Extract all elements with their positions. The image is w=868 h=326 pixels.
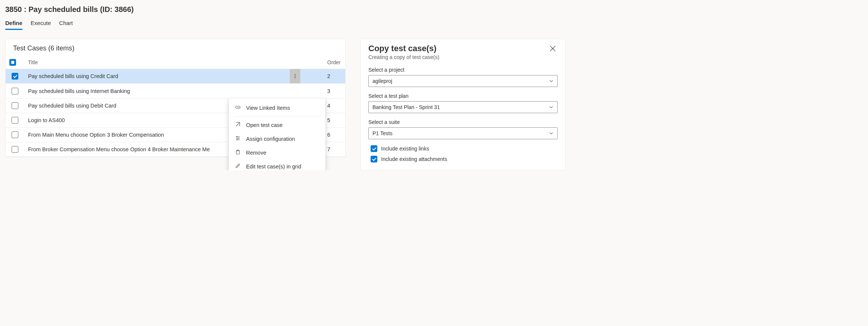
side-panel-subtitle: Creating a copy of test case(s) xyxy=(368,54,439,60)
svg-point-2 xyxy=(295,78,295,78)
svg-line-3 xyxy=(236,122,240,126)
row-order: 5 xyxy=(323,113,345,127)
row-checkbox[interactable] xyxy=(12,146,18,153)
suite-value: P1 Tests xyxy=(372,130,392,136)
chevron-down-icon xyxy=(549,79,553,83)
row-checkbox[interactable] xyxy=(12,131,18,138)
row-title: Pay scheduled bills using Credit Card xyxy=(24,69,323,84)
row-order: 7 xyxy=(323,142,345,157)
include-attachments-checkbox[interactable] xyxy=(371,156,377,162)
project-label: Select a project xyxy=(368,67,558,73)
suite-select[interactable]: P1 Tests xyxy=(368,127,558,139)
include-links-label: Include existing links xyxy=(381,146,429,152)
plan-select[interactable]: Banking Test Plan - Sprint 31 xyxy=(368,101,558,113)
page-title: 3850 : Pay scheduled bills (ID: 3866) xyxy=(0,0,868,17)
row-checkbox[interactable] xyxy=(12,117,18,124)
plan-label: Select a test plan xyxy=(368,93,558,99)
link-icon xyxy=(235,104,241,111)
include-attachments-label: Include existing attachments xyxy=(381,156,447,162)
menu-item-label: Remove xyxy=(246,150,266,156)
menu-item-remove[interactable]: Remove xyxy=(229,146,325,159)
tab-chart[interactable]: Chart xyxy=(59,17,73,30)
table-row[interactable]: Pay scheduled bills using Internet Banki… xyxy=(6,84,345,98)
select-all-header[interactable] xyxy=(6,56,24,69)
menu-item-label: Edit test case(s) in grid xyxy=(246,164,301,170)
row-title: Pay scheduled bills using Internet Banki… xyxy=(24,84,323,98)
menu-item-label: View Linked Items xyxy=(246,105,290,111)
row-order: 4 xyxy=(323,98,345,113)
more-actions-icon[interactable] xyxy=(290,69,300,83)
copy-test-case-panel: Copy test case(s) Creating a copy of tes… xyxy=(361,39,565,170)
config-icon xyxy=(235,135,241,142)
row-checkbox[interactable] xyxy=(12,73,18,80)
project-value: agileproj xyxy=(372,78,392,84)
tab-define[interactable]: Define xyxy=(5,17,22,30)
select-all-checkbox[interactable] xyxy=(9,59,16,66)
context-menu: View Linked ItemsOpen test caseAssign co… xyxy=(228,98,326,170)
side-panel-title: Copy test case(s) xyxy=(368,44,439,53)
table-row[interactable]: Pay scheduled bills using Credit Card2 xyxy=(6,69,345,84)
tabs: Define Execute Chart xyxy=(0,17,868,30)
trash-icon xyxy=(235,149,241,156)
close-icon[interactable] xyxy=(548,44,558,55)
row-order: 6 xyxy=(323,127,345,142)
suite-label: Select a suite xyxy=(368,119,558,125)
include-links-checkbox[interactable] xyxy=(371,145,377,152)
menu-separator xyxy=(233,116,321,117)
row-checkbox[interactable] xyxy=(12,102,18,109)
svg-rect-10 xyxy=(236,151,239,154)
open-icon xyxy=(235,121,241,128)
pencil-icon xyxy=(235,163,241,170)
tab-execute[interactable]: Execute xyxy=(31,17,51,30)
row-order: 3 xyxy=(323,84,345,98)
menu-item-label: Open test case xyxy=(246,122,283,128)
svg-point-0 xyxy=(295,74,295,75)
column-order[interactable]: Order xyxy=(323,56,345,69)
plan-value: Banking Test Plan - Sprint 31 xyxy=(372,104,440,110)
row-checkbox[interactable] xyxy=(12,88,18,94)
row-order: 2 xyxy=(323,69,345,84)
menu-item-edit-test-case-s-in-grid[interactable]: Edit test case(s) in grid xyxy=(229,159,325,170)
column-title[interactable]: Title xyxy=(24,56,323,69)
menu-item-assign-configuration[interactable]: Assign configuration xyxy=(229,132,325,146)
chevron-down-icon xyxy=(549,131,553,136)
menu-item-label: Assign configuration xyxy=(246,136,295,142)
test-cases-panel: Test Cases (6 items) Title Order Pay sch… xyxy=(5,39,346,157)
test-cases-title: Test Cases (6 items) xyxy=(6,39,345,56)
menu-item-view-linked-items[interactable]: View Linked Items xyxy=(229,101,325,115)
svg-point-1 xyxy=(295,76,295,77)
project-select[interactable]: agileproj xyxy=(368,75,558,87)
menu-item-open-test-case[interactable]: Open test case xyxy=(229,118,325,132)
chevron-down-icon xyxy=(549,105,553,109)
